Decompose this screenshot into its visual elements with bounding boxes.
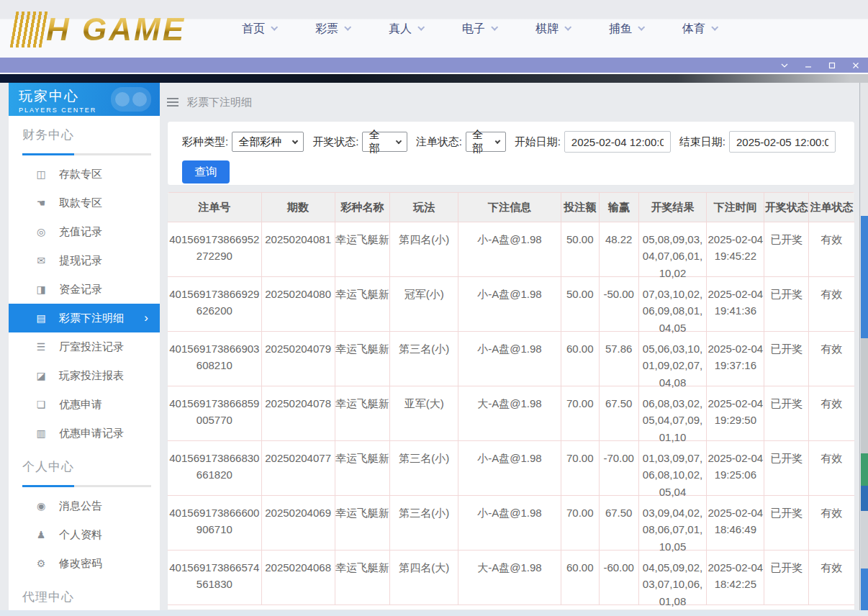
start-date-input[interactable]: [564, 131, 671, 153]
cell-period: 20250204069: [262, 496, 335, 550]
sidebar-item-label: 优惠申请记录: [59, 427, 124, 440]
window-maximize-button[interactable]: [827, 60, 837, 71]
search-button[interactable]: 查询: [182, 160, 230, 184]
lottery-type-select[interactable]: 全部彩种: [232, 132, 304, 152]
sidebar-item-label: 资金记录: [59, 283, 102, 296]
sidebar-item-label: 个人资料: [59, 528, 102, 542]
sidebar-item-label: 存款专区: [59, 168, 102, 181]
deposit-icon: ◫: [35, 168, 48, 180]
cell-order-status: 有效: [809, 441, 854, 495]
sidebar-item-recharge-records[interactable]: ◎ 充值记录: [14, 217, 153, 246]
cell-bet-info: 小-A盘@1.98: [458, 277, 561, 331]
sidebar-item-withdraw-zone[interactable]: ☚ 取款专区: [14, 189, 153, 217]
column-header-play: 玩法: [390, 193, 458, 222]
cell-win-loss: -60.00: [600, 551, 639, 604]
section-divider: [22, 153, 151, 155]
cell-bet-info: 小-A盘@1.98: [458, 496, 561, 550]
sidebar-item-withdrawal-records[interactable]: ✉ 提现记录: [14, 246, 153, 275]
sidebar-item-funds-records[interactable]: ◨ 资金记录: [14, 275, 153, 304]
cell-bet-time: 2025-02-04 19:29:50: [707, 386, 764, 440]
order-status-select[interactable]: 全部: [466, 132, 506, 152]
person-icon: ♟: [35, 529, 48, 540]
agent-heading: 代理中心: [14, 588, 153, 607]
sidebar-item-promo-application[interactable]: ❏ 优惠申请: [14, 390, 153, 419]
cell-play: 亚军(大): [390, 386, 458, 440]
table-row: 401569173866903608210 20250204079 幸运飞艇新 …: [168, 332, 854, 386]
cell-lottery: 幸运飞艇新: [335, 386, 391, 440]
coins-icon: ◨: [35, 284, 48, 295]
section-divider: [22, 485, 151, 487]
menu-toggle-icon[interactable]: [167, 98, 178, 107]
cell-bet-id: 401569173866600906710: [168, 496, 262, 550]
nav-sports[interactable]: 体育: [682, 22, 717, 37]
window-minimize-button[interactable]: [803, 60, 813, 71]
cell-amount: 60.00: [561, 332, 600, 386]
cell-amount: 50.00: [561, 222, 600, 276]
sidebar: 玩家中心 PLAYERS CENTER 财务中心 ◫ 存款专区: [9, 83, 160, 610]
sidebar-item-label: 提现记录: [59, 254, 102, 268]
nav-board-games[interactable]: 棋牌: [535, 22, 570, 37]
cell-draw-status: 已开奖: [764, 332, 809, 386]
column-header-period: 期数: [262, 193, 335, 222]
chevron-down-icon: [711, 24, 718, 31]
sidebar-item-lottery-bet-details[interactable]: ▤ 彩票下注明细: [9, 304, 160, 332]
end-date-input[interactable]: [729, 131, 836, 153]
site-header: H GAME 首页 彩票 真人 电子: [0, 0, 868, 58]
nav-live[interactable]: 真人: [389, 22, 423, 37]
app-window: 玩家中心 PLAYERS CENTER 财务中心 ◫ 存款专区: [0, 83, 859, 610]
cell-order-status: 有效: [809, 496, 854, 550]
table-body: 401569173866952272290 20250204081 幸运飞艇新 …: [168, 222, 854, 605]
column-header-result: 开奖结果: [639, 193, 707, 222]
list-check-icon: ▥: [35, 427, 48, 439]
table-row: 401569173866929626200 20250204080 幸运飞艇新 …: [168, 277, 854, 332]
cell-play: 第四名(小): [390, 222, 458, 276]
sidebar-item-label: 优惠申请: [59, 398, 102, 412]
cell-order-status: 有效: [809, 332, 854, 386]
column-header-draw-status: 开奖状态: [764, 193, 809, 222]
cell-order-status: 有效: [809, 386, 854, 440]
cell-lottery: 幸运飞艇新: [335, 222, 391, 276]
nav-fishing[interactable]: 捕鱼: [609, 22, 643, 37]
cell-bet-id: 401569173866574561830: [168, 551, 262, 604]
cell-bet-time: 2025-02-04 18:46:49: [707, 496, 764, 550]
cell-result: 01,03,09,07,06,08,10,02,05,04: [639, 441, 707, 495]
table-row: 401569173866600906710 20250204069 幸运飞艇新 …: [168, 496, 854, 551]
bets-table: 注单号 期数 彩种名称 玩法 下注信息 投注额 输赢 开奖结果 下注时间 开奖状…: [168, 192, 854, 605]
chevron-down-icon: [564, 24, 571, 31]
cell-result: 03,09,04,02,08,06,07,01,10,05: [639, 496, 707, 550]
sidebar-item-promo-application-records[interactable]: ▥ 优惠申请记录: [14, 419, 153, 448]
sidebar-item-player-bet-report[interactable]: ◪ 玩家投注报表: [14, 361, 153, 390]
cell-result: 05,08,09,03,04,07,06,01,10,02: [639, 222, 707, 276]
finance-heading: 财务中心: [14, 126, 153, 145]
cell-play: 第三名(小): [390, 496, 458, 550]
sidebar-item-deposit-zone[interactable]: ◫ 存款专区: [14, 160, 153, 189]
sidebar-item-profile[interactable]: ♟ 个人资料: [14, 520, 153, 549]
lottery-type-label: 彩种类型:: [182, 135, 228, 149]
draw-status-select[interactable]: 全部: [362, 132, 407, 152]
cell-lottery: 幸运飞艇新: [335, 441, 391, 495]
finance-section: 财务中心 ◫ 存款专区 ☚ 取款专区: [9, 116, 160, 448]
cell-lottery: 幸运飞艇新: [335, 277, 391, 331]
sidebar-item-announcements[interactable]: ◉ 消息公告: [14, 492, 153, 520]
column-header-bet-info: 下注信息: [458, 193, 561, 222]
sidebar-item-hall-bet-records[interactable]: ☰ 厅室投注记录: [14, 332, 153, 361]
cell-bet-time: 2025-02-04 19:37:16: [707, 332, 764, 386]
column-header-amount: 投注额: [561, 193, 600, 222]
cell-bet-info: 小-A盘@1.98: [458, 222, 561, 276]
window-close-button[interactable]: [851, 60, 861, 71]
window-dropdown-button[interactable]: [779, 60, 790, 71]
filter-panel: 彩种类型: 全部彩种 开奖状态: 全部 注单状态: 全部: [167, 121, 855, 186]
nav-electronic[interactable]: 电子: [462, 22, 497, 37]
cell-draw-status: 已开奖: [764, 222, 809, 276]
chevron-down-icon: [344, 24, 351, 31]
page-title: 彩票下注明细: [187, 96, 252, 109]
window-top-shadow: [0, 74, 868, 83]
window-titlebar: [0, 58, 868, 73]
cell-result: 04,05,09,02,03,07,10,06,01,08: [639, 551, 707, 604]
cell-bet-id: 401569173866929626200: [168, 277, 262, 331]
nav-lottery[interactable]: 彩票: [315, 22, 350, 37]
column-header-win-loss: 输赢: [600, 193, 639, 222]
nav-home[interactable]: 首页: [242, 22, 276, 37]
sidebar-item-change-password[interactable]: ⚙ 修改密码: [14, 549, 153, 578]
cell-order-status: 有效: [809, 222, 854, 276]
